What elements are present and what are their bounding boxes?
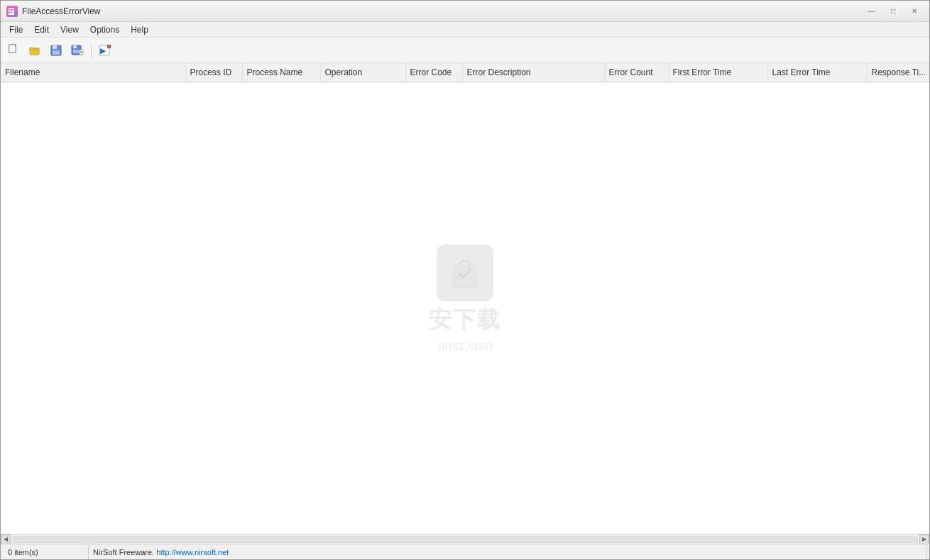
credit-link[interactable]: http://www.nirsoft.net xyxy=(156,548,229,556)
main-window: FileAccessErrorView — □ ✕ File Edit View… xyxy=(0,0,930,560)
col-header-errorcode[interactable]: Error Code xyxy=(405,63,462,82)
col-header-operation[interactable]: Operation xyxy=(320,63,405,82)
menu-file[interactable]: File xyxy=(4,23,28,36)
menu-edit[interactable]: Edit xyxy=(28,23,55,36)
svg-text:!: ! xyxy=(108,45,109,49)
title-bar: FileAccessErrorView — □ ✕ xyxy=(1,1,929,22)
col-header-processname[interactable]: Process Name xyxy=(242,63,320,82)
toolbar-new-button[interactable] xyxy=(4,41,23,60)
svg-rect-16 xyxy=(73,50,80,53)
svg-rect-6 xyxy=(9,45,16,53)
saveas-icon xyxy=(71,44,84,57)
scroll-left-button[interactable]: ◀ xyxy=(1,534,11,544)
status-bar: 0 item(s) NirSoft Freeware. http://www.n… xyxy=(1,544,929,559)
scrollbar-track[interactable] xyxy=(12,536,918,543)
col-header-responsetime[interactable]: Response Ti... xyxy=(867,63,929,82)
horizontal-scrollbar[interactable]: ◀ ▶ xyxy=(1,534,929,544)
svg-rect-11 xyxy=(53,45,57,49)
toolbar-open-button[interactable] xyxy=(25,41,45,60)
toolbar-save-button[interactable] xyxy=(46,41,66,60)
col-header-processid[interactable]: Process ID xyxy=(185,63,242,82)
toolbar-start-button[interactable]: ▶ ! xyxy=(95,41,115,60)
credit-text: NirSoft Freeware. xyxy=(93,548,154,556)
toolbar-saveas-button[interactable] xyxy=(67,41,87,60)
col-header-filename[interactable]: Filename xyxy=(1,63,185,82)
svg-rect-3 xyxy=(9,12,12,13)
start-capture-icon: ▶ ! xyxy=(99,44,111,57)
status-credit: NirSoft Freeware. http://www.nirsoft.net xyxy=(89,544,926,559)
toolbar: ▶ ! xyxy=(1,38,929,63)
col-header-errordesc[interactable]: Error Description xyxy=(462,63,604,82)
svg-rect-1 xyxy=(9,9,13,10)
open-icon xyxy=(28,44,41,57)
scroll-right-button[interactable]: ▶ xyxy=(919,534,929,544)
toolbar-separator xyxy=(91,43,92,57)
col-header-firsterror[interactable]: First Error Time xyxy=(668,63,767,82)
new-icon xyxy=(7,44,20,57)
menu-bar: File Edit View Options Help xyxy=(1,22,929,38)
table-container[interactable]: Filename Process ID Process Name Operati… xyxy=(1,63,929,534)
status-item-count: 0 item(s) xyxy=(4,544,89,559)
svg-rect-12 xyxy=(53,50,60,55)
col-header-lasterror[interactable]: Last Error Time xyxy=(767,63,867,82)
svg-rect-15 xyxy=(73,45,77,48)
app-icon xyxy=(6,6,18,17)
maximize-button[interactable]: □ xyxy=(884,4,902,18)
menu-help[interactable]: Help xyxy=(125,23,154,36)
close-button[interactable]: ✕ xyxy=(905,4,924,18)
save-icon xyxy=(50,44,62,57)
content-area: Filename Process ID Process Name Operati… xyxy=(1,63,929,534)
window-title: FileAccessErrorView xyxy=(22,6,100,16)
title-bar-left: FileAccessErrorView xyxy=(6,6,100,17)
svg-text:▶: ▶ xyxy=(100,47,106,55)
data-table: Filename Process ID Process Name Operati… xyxy=(1,63,929,82)
col-header-errorcount[interactable]: Error Count xyxy=(604,63,668,82)
window-controls: — □ ✕ xyxy=(863,4,924,18)
menu-view[interactable]: View xyxy=(55,23,84,36)
menu-options[interactable]: Options xyxy=(84,23,125,36)
svg-rect-2 xyxy=(9,11,13,11)
minimize-button[interactable]: — xyxy=(863,4,881,18)
table-header-row: Filename Process ID Process Name Operati… xyxy=(1,63,929,82)
svg-rect-13 xyxy=(57,45,58,48)
